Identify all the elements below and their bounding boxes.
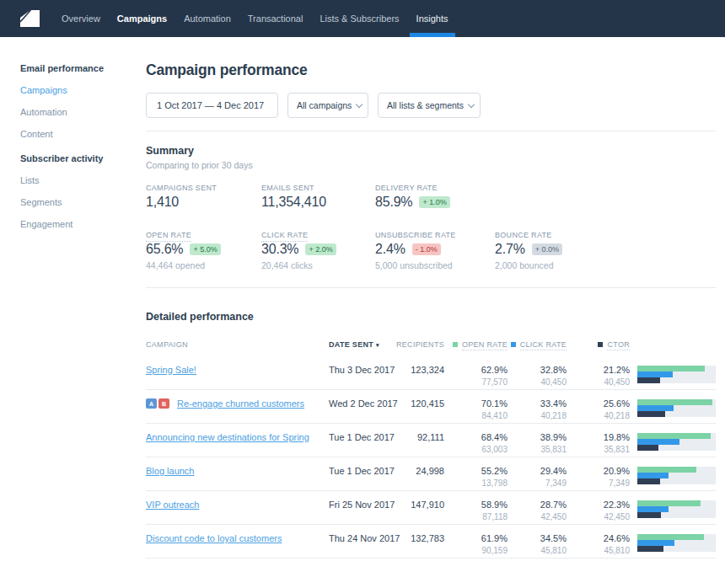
summary-stat-campaigns-sent: CAMPAIGNS SENT1,410 [146, 184, 261, 209]
sidebar-item-lists[interactable]: Lists [20, 175, 146, 197]
column-header-date-sent[interactable]: DATE SENT▾ [329, 340, 393, 349]
sort-desc-icon: ▾ [376, 342, 379, 348]
click-rate-cell: 33.4%40,218 [508, 398, 567, 420]
click-rate-bar [637, 439, 679, 445]
open-count: 13,798 [444, 478, 508, 488]
open-count: 63,003 [444, 445, 508, 454]
campaign-monitor-logo-icon[interactable] [20, 0, 40, 37]
sidebar-item-engagement[interactable]: Engagement [20, 219, 146, 241]
stat-value: 65.6% [146, 242, 183, 257]
ctor-count: 7,349 [567, 478, 630, 488]
lists-filter-dropdown[interactable]: All lists & segments [378, 93, 481, 118]
click-rate-value: 34.5% [508, 533, 567, 543]
campaigns-filter-dropdown[interactable]: All campaigns [287, 93, 368, 118]
table-row: Spring Sale!Thu 3 Dec 2017123,32462.9%77… [146, 356, 716, 390]
open-count: 87,118 [444, 512, 508, 521]
sidebar-item-automation[interactable]: Automation [20, 107, 146, 129]
nav-item-automation[interactable]: Automation [175, 0, 239, 37]
ctor-rate-value: 20.9% [567, 466, 630, 476]
open-rate-value: 61.9% [444, 533, 508, 543]
stat-label: BOUNCE RATE [495, 232, 716, 239]
stat-sub: 2,000 bounced [495, 261, 716, 270]
click-rate-value: 29.4% [508, 466, 567, 476]
open-count: 84,410 [444, 411, 508, 420]
summary-stats: CAMPAIGNS SENT1,410EMAILS SENT11,354,410… [146, 184, 716, 270]
date-sent-cell: Fri 25 Nov 2017 [329, 500, 393, 510]
open-rate-value: 62.9% [444, 365, 508, 375]
summary-stat-bounce-rate: BOUNCE RATE2.7%+ 0.0%2,000 bounced [495, 232, 716, 270]
date-sent-cell: Thu 24 Nov 2017 [329, 533, 393, 543]
column-header-open-rate[interactable]: OPEN RATE [444, 340, 508, 349]
summary-stat-open-rate: OPEN RATE65.6%+ 5.0%44,464 opened [146, 232, 261, 270]
column-header-campaign[interactable]: CAMPAIGN [146, 340, 329, 349]
nav-item-overview[interactable]: Overview [53, 0, 109, 37]
click-rate-value: 28.7% [508, 500, 567, 510]
summary-stat-delivery-rate: DELIVERY RATE85.9%+ 1.0% [375, 184, 495, 209]
rate-bars-chart [637, 366, 716, 383]
date-range-input[interactable]: 1 Oct 2017 — 4 Dec 2017 [146, 93, 278, 118]
open-rate-cell: 70.1%84,410 [444, 398, 508, 420]
ctor-count: 35,831 [567, 445, 630, 454]
recipients-cell: 24,998 [393, 466, 444, 476]
campaign-link[interactable]: Spring Sale! [146, 365, 196, 375]
stat-sub: 44,464 opened [146, 261, 261, 270]
sidebar-item-segments[interactable]: Segments [20, 197, 146, 219]
click-count: 42,450 [508, 512, 567, 521]
ab-test-a-badge: A [146, 398, 157, 409]
ctor-count: 45,810 [567, 546, 630, 555]
nav-item-lists-subscribers[interactable]: Lists & Subscribers [311, 0, 407, 37]
campaign-cell: Announcing new destinations for Spring [146, 432, 329, 442]
column-header-click-rate[interactable]: CLICK RATE [508, 340, 567, 349]
rate-bars-chart [637, 467, 716, 484]
sidebar-item-campaigns[interactable]: Campaigns [20, 85, 146, 107]
ctor-rate-value: 21.2% [567, 365, 630, 375]
ctor-rate-bar [637, 478, 660, 484]
click-rate-cell: 28.7%42,450 [508, 500, 567, 521]
campaign-link[interactable]: Discount code to loyal customers [146, 533, 282, 543]
stat-label: CAMPAIGNS SENT [146, 184, 261, 192]
ctor-rate-cell: 19.8%35,831 [567, 432, 630, 454]
chevron-down-icon [468, 101, 475, 108]
column-header-recipients[interactable]: RECIPIENTS [393, 340, 444, 349]
nav-item-transactional[interactable]: Transactional [239, 0, 312, 37]
click-rate-bar [637, 473, 669, 478]
stat-value: 2.4% [375, 242, 405, 257]
change-badge: - 1.0% [412, 243, 441, 255]
chevron-down-icon [356, 101, 362, 108]
column-header-ctor[interactable]: CTOR [567, 340, 630, 349]
nav-item-campaigns[interactable]: Campaigns [109, 0, 175, 37]
click-count: 40,450 [508, 377, 567, 387]
ctor-rate-cell: 24.6%45,810 [567, 533, 630, 555]
sidebar-item-content[interactable]: Content [20, 129, 146, 151]
date-sent-cell: Tue 1 Dec 2017 [329, 432, 393, 442]
open-rate-legend-swatch [453, 342, 458, 347]
detailed-performance-heading: Detailed performance [146, 311, 716, 323]
ctor-rate-bar [637, 445, 658, 451]
table-row: VIP outreachFri 25 Nov 2017147,91058.9%8… [146, 491, 716, 525]
ctor-rate-cell: 21.2%40,450 [567, 365, 630, 387]
ctor-rate-cell: 22.3%42,450 [567, 500, 630, 521]
top-nav-list: OverviewCampaignsAutomationTransactional… [53, 0, 457, 37]
campaign-cell: ABRe-engage churned customers [146, 398, 329, 409]
ctor-count: 40,218 [567, 411, 630, 420]
stat-label: UNSUBSCRIBE RATE [375, 232, 495, 239]
nav-item-insights[interactable]: Insights [408, 0, 457, 37]
date-sent-cell: Wed 2 Dec 2017 [329, 398, 393, 409]
stat-value: 11,354,410 [261, 195, 326, 210]
recipients-cell: 147,910 [393, 500, 444, 510]
open-rate-cell: 62.9%77,570 [444, 365, 508, 387]
ctor-legend-swatch [598, 342, 603, 347]
stat-label[interactable]: OPEN RATE [146, 232, 261, 239]
lists-filter-value: All lists & segments [387, 100, 464, 110]
stat-label[interactable]: CLICK RATE [261, 232, 375, 239]
campaign-link[interactable]: Blog launch [146, 466, 195, 476]
rate-bars-chart [637, 534, 716, 552]
campaign-link[interactable]: VIP outreach [146, 500, 199, 510]
table-row: Announcing new destinations for SpringTu… [146, 424, 716, 457]
campaign-link[interactable]: Re-engage churned customers [177, 398, 304, 409]
open-rate-bar [637, 366, 705, 372]
sidebar-heading-subscriber-activity: Subscriber activity [20, 153, 146, 175]
campaign-link[interactable]: Announcing new destinations for Spring [146, 432, 309, 442]
campaigns-filter-value: All campaigns [297, 100, 352, 110]
click-rate-bar [637, 540, 674, 546]
